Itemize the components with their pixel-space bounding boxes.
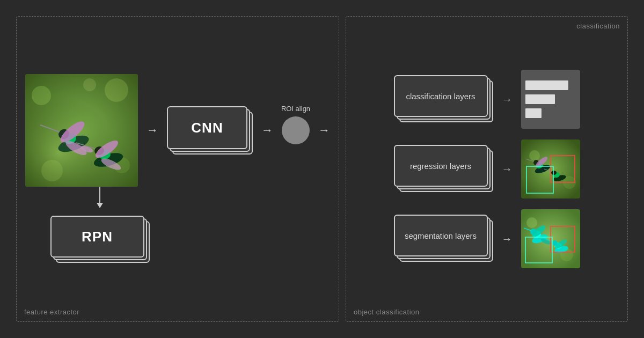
regression-output-thumb <box>521 139 580 199</box>
main-container: → CNN → ROI align <box>11 11 633 327</box>
top-row: → CNN → ROI align <box>25 74 330 187</box>
roi-circle <box>282 116 310 144</box>
segmentation-layers-label: segmentation layers <box>405 231 477 240</box>
segmentation-output-svg <box>521 209 580 268</box>
right-row-regression: regression layers → <box>394 139 580 199</box>
cnn-rpn-column: CNN <box>167 106 253 155</box>
bar-fill-1 <box>525 80 568 90</box>
left-content: → CNN → ROI align <box>25 74 330 264</box>
bar-fill-3 <box>525 108 541 118</box>
svg-point-3 <box>105 78 128 102</box>
segmentation-stacked-box: segmentation layers <box>394 215 493 263</box>
cnn-card-front: CNN <box>167 106 247 149</box>
right-panel: classification classification layers → <box>346 16 628 322</box>
cl-card-front: classification layers <box>394 75 488 117</box>
hummingbird-svg <box>25 74 138 187</box>
svg-point-2 <box>32 86 51 105</box>
bar-fill-2 <box>525 94 555 104</box>
roi-label: ROI align <box>281 105 310 113</box>
regression-output-svg <box>521 139 580 199</box>
left-panel-label: feature extractor <box>24 308 79 316</box>
cnn-label: CNN <box>191 120 223 136</box>
svg-point-30 <box>551 171 557 175</box>
arrow-right-1: → <box>147 124 158 136</box>
arrow-right-2: → <box>261 124 273 136</box>
right-rows: classification layers → <box>355 70 619 268</box>
classification-stacked-box: classification layers <box>394 75 493 123</box>
svg-point-6 <box>83 78 96 91</box>
classification-layers-label: classification layers <box>406 92 475 101</box>
rpn-card-front: RPN <box>50 216 144 258</box>
bar-row-2 <box>525 94 576 104</box>
hummingbird-image <box>25 74 138 187</box>
rpn-label: RPN <box>82 229 113 245</box>
down-arrowhead <box>97 203 103 208</box>
segmentation-output-thumb <box>521 209 580 268</box>
arrow-to-bbox: → <box>502 163 513 175</box>
left-panel: → CNN → ROI align <box>16 16 339 322</box>
right-row-segmentation: segmentation layers → <box>394 209 580 268</box>
right-row-classification: classification layers → <box>394 70 580 129</box>
bar-row-1 <box>525 80 576 90</box>
arrow-to-seg: → <box>502 233 513 245</box>
bar-chart-output <box>521 70 580 129</box>
arrow-to-barchart: → <box>502 93 513 106</box>
rl-card-front: regression layers <box>394 145 488 187</box>
regression-stacked-box: regression layers <box>394 145 493 193</box>
sl-card-front: segmentation layers <box>394 215 488 256</box>
bar-row-3 <box>525 108 576 118</box>
rpn-stacked-box: RPN <box>50 216 150 264</box>
svg-point-5 <box>41 160 63 181</box>
right-panel-label: object classification <box>354 308 420 316</box>
roi-wrapper: ROI align <box>282 116 310 144</box>
cnn-stacked-box: CNN <box>167 106 253 155</box>
regression-layers-label: regression layers <box>410 161 471 171</box>
rpn-wrapper: RPN <box>50 216 150 264</box>
svg-point-21 <box>529 150 540 161</box>
svg-point-35 <box>526 217 537 228</box>
arrow-right-3: → <box>318 124 330 136</box>
classification-corner-label: classification <box>576 22 620 30</box>
